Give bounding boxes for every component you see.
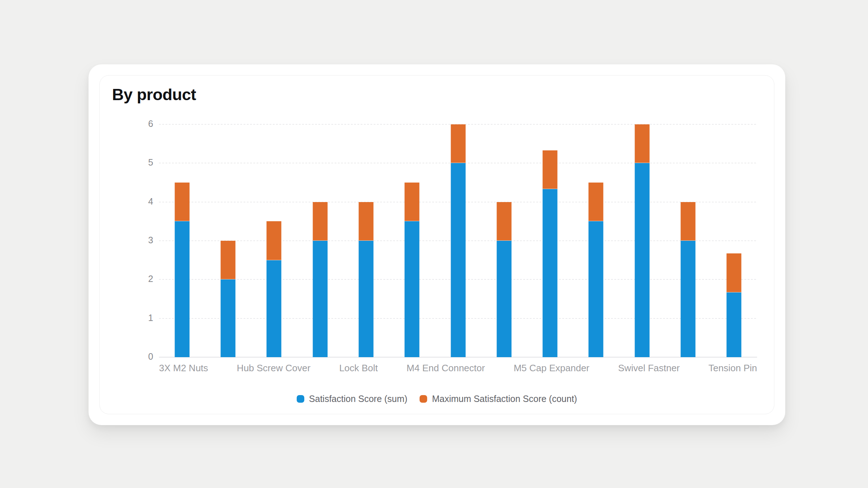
x-tick-slot: M4 End Connector [407, 363, 485, 374]
x-tick-label: Lock Bolt [339, 363, 378, 373]
x-tick-label: 3X M2 Nuts [159, 363, 208, 373]
bars-layer [159, 124, 757, 357]
bar-segment-maximum-satisfaction-score[interactable] [220, 241, 235, 279]
y-tick-label: 2 [148, 275, 153, 284]
bar-segment-maximum-satisfaction-score[interactable] [313, 202, 327, 241]
bar-stack [358, 202, 373, 357]
bar-segment-maximum-satisfaction-score[interactable] [635, 124, 649, 163]
bar-stack [405, 183, 420, 357]
bar-segment-maximum-satisfaction-score[interactable] [405, 183, 420, 221]
bar-stack [175, 183, 189, 357]
y-tick-label: 5 [148, 158, 153, 167]
chart-card: By product 0123456 3X M2 NutsHub Screw C… [89, 64, 785, 425]
legend-item[interactable]: Maximum Satisfaction Score (count) [420, 394, 577, 404]
bar-segment-satisfaction-score[interactable] [405, 221, 420, 357]
bar-slot [435, 124, 481, 357]
bar-slot [159, 124, 205, 357]
bar-segment-maximum-satisfaction-score[interactable] [175, 183, 189, 221]
bar-segment-satisfaction-score[interactable] [220, 279, 235, 357]
bar-segment-maximum-satisfaction-score[interactable] [267, 221, 282, 260]
x-tick-slot: Lock Bolt [339, 363, 378, 374]
x-tick-slot [680, 363, 709, 374]
x-tick-label: Tension Pin [709, 363, 757, 373]
y-tick-label: 6 [148, 119, 153, 128]
bar-slot [665, 124, 711, 357]
bar-segment-maximum-satisfaction-score[interactable] [543, 150, 558, 189]
bar-segment-satisfaction-score[interactable] [589, 221, 603, 357]
y-tick-label: 3 [148, 236, 153, 245]
x-tick-label: Hub Screw Cover [237, 363, 310, 373]
bar-segment-satisfaction-score[interactable] [543, 189, 558, 357]
bar-stack [589, 183, 603, 357]
bar-slot [481, 124, 527, 357]
x-tick-slot [208, 363, 237, 374]
bar-slot [573, 124, 619, 357]
chart-legend: Satisfaction Score (sum)Maximum Satisfac… [297, 394, 577, 404]
x-axis-labels: 3X M2 NutsHub Screw CoverLock BoltM4 End… [159, 363, 757, 374]
chart-title: By product [112, 85, 196, 104]
x-tick-slot: Hub Screw Cover [237, 363, 310, 374]
bar-stack [451, 124, 465, 357]
x-tick-label: M4 End Connector [407, 363, 485, 373]
bar-segment-satisfaction-score[interactable] [497, 241, 511, 357]
y-tick-label: 0 [148, 352, 153, 361]
bar-slot [297, 124, 343, 357]
legend-item[interactable]: Satisfaction Score (sum) [297, 394, 407, 404]
y-tick-label: 1 [148, 313, 153, 322]
y-tick-label: 4 [148, 197, 153, 206]
bar-stack [727, 253, 742, 357]
bar-stack [267, 221, 282, 357]
bar-stack [313, 202, 327, 357]
bar-slot [251, 124, 297, 357]
bar-segment-maximum-satisfaction-score[interactable] [681, 202, 696, 241]
x-tick-slot [310, 363, 339, 374]
plot-area: 0123456 3X M2 NutsHub Screw CoverLock Bo… [159, 124, 757, 357]
page-background: { "card": { "title": "By product" }, "ch… [0, 0, 868, 488]
bar-stack [220, 241, 235, 357]
bar-slot [389, 124, 435, 357]
bar-segment-maximum-satisfaction-score[interactable] [589, 183, 603, 221]
bar-segment-satisfaction-score[interactable] [635, 163, 649, 357]
bar-segment-satisfaction-score[interactable] [175, 221, 189, 357]
legend-label: Satisfaction Score (sum) [309, 394, 407, 404]
x-tick-slot: Tension Pin [709, 363, 757, 374]
bar-segment-satisfaction-score[interactable] [358, 241, 373, 357]
x-tick-slot [485, 363, 514, 374]
bar-stack [497, 202, 511, 357]
bar-segment-maximum-satisfaction-score[interactable] [497, 202, 511, 241]
bar-slot [619, 124, 665, 357]
bar-slot [711, 124, 757, 357]
bar-stack [543, 150, 558, 357]
legend-swatch [297, 395, 304, 403]
bar-segment-maximum-satisfaction-score[interactable] [727, 253, 742, 292]
bar-segment-satisfaction-score[interactable] [681, 241, 696, 357]
bar-segment-satisfaction-score[interactable] [313, 241, 327, 357]
legend-swatch [420, 395, 427, 403]
bar-segment-satisfaction-score[interactable] [267, 260, 282, 357]
x-tick-label: Swivel Fastner [618, 363, 680, 373]
bar-stack [635, 124, 649, 357]
bar-stack [681, 202, 696, 357]
bar-slot [205, 124, 251, 357]
x-tick-slot: Swivel Fastner [618, 363, 680, 374]
bar-segment-maximum-satisfaction-score[interactable] [451, 124, 465, 163]
x-tick-slot [378, 363, 407, 374]
x-tick-label: M5 Cap Expander [514, 363, 589, 373]
x-tick-slot: M5 Cap Expander [514, 363, 589, 374]
x-tick-slot: 3X M2 Nuts [159, 363, 208, 374]
bar-slot [343, 124, 389, 357]
bar-segment-maximum-satisfaction-score[interactable] [358, 202, 373, 241]
legend-label: Maximum Satisfaction Score (count) [432, 394, 577, 404]
bar-segment-satisfaction-score[interactable] [727, 292, 742, 357]
bar-slot [527, 124, 573, 357]
bar-segment-satisfaction-score[interactable] [451, 163, 465, 357]
x-tick-slot [589, 363, 618, 374]
